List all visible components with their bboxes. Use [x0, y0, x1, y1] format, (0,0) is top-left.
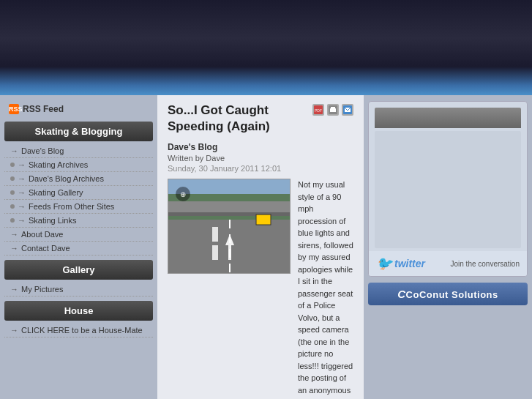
pdf-icon[interactable]: PDF	[312, 104, 324, 116]
site-header	[0, 0, 532, 95]
list-item[interactable]: → Dave's Blog	[4, 144, 153, 158]
bullet-icon	[10, 176, 15, 181]
arrow-icon: →	[18, 174, 26, 183]
twitter-logo[interactable]: 🐦 twitter	[376, 256, 425, 272]
bullet-icon	[10, 190, 15, 195]
post-image: ⊕	[168, 179, 291, 274]
house-mate-link[interactable]: CLICK HERE to be a House-Mate	[21, 326, 143, 335]
twitter-header-bar	[375, 108, 521, 128]
svg-rect-13	[212, 245, 218, 260]
skating-archives-link[interactable]: Skating Archives	[29, 160, 88, 169]
house-nav-list: → CLICK HERE to be a House-Mate	[0, 324, 157, 338]
arrow-icon: →	[10, 146, 18, 155]
main-content: PDF So...I Got Caught Speeding (Again) D…	[157, 95, 364, 399]
svg-text:PDF: PDF	[315, 108, 322, 113]
arrow-icon: →	[18, 160, 26, 169]
coconut-label: CoConut Solutions	[406, 289, 498, 300]
svg-rect-10	[168, 212, 291, 216]
contact-dave-link[interactable]: Contact Dave	[21, 244, 70, 253]
post-icons: PDF	[312, 104, 353, 116]
svg-rect-12	[212, 227, 218, 242]
coconut-solutions-button[interactable]: CCoConut Solutions	[368, 283, 528, 305]
list-item[interactable]: → CLICK HERE to be a House-Mate	[4, 324, 153, 338]
bullet-icon	[10, 204, 15, 209]
twitter-bird-icon: 🐦	[376, 256, 392, 272]
my-pictures-link[interactable]: My Pictures	[21, 285, 63, 294]
gallery-header: Gallery	[4, 260, 153, 280]
rss-icon: RSS	[9, 104, 19, 114]
arrow-icon: →	[10, 230, 18, 239]
list-item[interactable]: → About Dave	[4, 228, 153, 242]
post-text: Not my usual style of a 90 mph processio…	[298, 179, 353, 399]
list-item[interactable]: → Skating Links	[4, 214, 153, 228]
skating-blogging-header: Skating & Blogging	[4, 122, 153, 141]
about-dave-link[interactable]: About Dave	[21, 230, 63, 239]
bullet-icon	[10, 163, 15, 167]
twitter-footer: 🐦 twitter Join the conversation	[369, 251, 527, 276]
arrow-icon: →	[18, 188, 26, 197]
nav-list-main: → Dave's Blog → Skating Archives → Dave'…	[0, 144, 157, 256]
email-icon[interactable]	[342, 104, 353, 116]
join-conversation-label: Join the conversation	[450, 260, 520, 268]
sidebar: RSS RSS Feed Skating & Blogging → Dave's…	[0, 95, 157, 399]
skating-links-link[interactable]: Skating Links	[29, 216, 76, 225]
list-item[interactable]: → Skating Gallery	[4, 186, 153, 200]
house-header: House	[4, 301, 153, 321]
list-item[interactable]: → My Pictures	[4, 283, 153, 297]
arrow-icon: →	[18, 216, 26, 225]
twitter-content-area	[375, 131, 521, 248]
list-item[interactable]: → Dave's Blog Archives	[4, 172, 153, 186]
blog-name: Dave's Blog	[168, 142, 353, 152]
svg-text:⊕: ⊕	[180, 190, 186, 198]
right-sidebar: 🐦 twitter Join the conversation CCoConut…	[364, 95, 532, 399]
rss-text: RSS Feed	[23, 104, 64, 114]
skating-gallery-link[interactable]: Skating Gallery	[29, 188, 83, 197]
rss-feed-label[interactable]: RSS RSS Feed	[0, 101, 157, 119]
svg-rect-4	[331, 107, 335, 109]
arrow-icon: →	[10, 326, 18, 335]
post-date: Sunday, 30 January 2011 12:01	[168, 164, 353, 173]
twitter-widget: 🐦 twitter Join the conversation	[368, 101, 528, 277]
daves-blog-link[interactable]: Dave's Blog	[21, 146, 64, 155]
gallery-nav-list: → My Pictures	[0, 283, 157, 297]
post-author: Written by Dave	[168, 154, 353, 163]
print-icon[interactable]	[327, 104, 339, 116]
coconut-c1: C	[397, 288, 405, 300]
list-item[interactable]: → Skating Archives	[4, 158, 153, 172]
daves-blog-archives-link[interactable]: Dave's Blog Archives	[29, 174, 104, 183]
arrow-icon: →	[18, 202, 26, 211]
arrow-icon: →	[10, 244, 18, 253]
twitter-text: twitter	[394, 258, 425, 269]
bullet-icon	[10, 218, 15, 223]
list-item[interactable]: → Feeds From Other Sites	[4, 200, 153, 214]
feeds-link[interactable]: Feeds From Other Sites	[29, 202, 114, 211]
list-item[interactable]: → Contact Dave	[4, 242, 153, 256]
svg-rect-18	[256, 215, 271, 225]
arrow-icon: →	[10, 285, 18, 294]
